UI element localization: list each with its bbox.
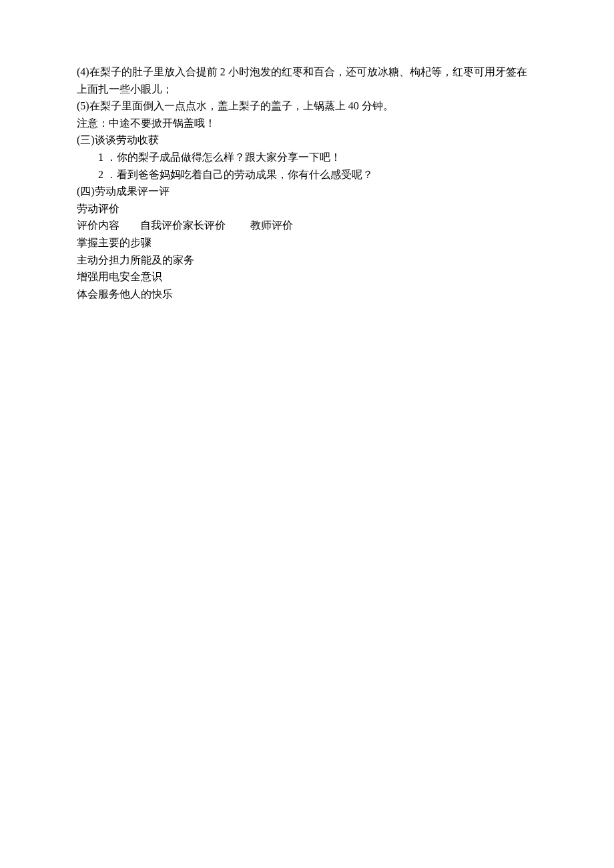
- step-5: (5)在梨子里面倒入一点点水，盖上梨子的盖子，上锅蒸上 40 分钟。: [77, 97, 537, 115]
- eval-header-row: 评价内容 自我评价家长评价 教师评价: [77, 217, 537, 234]
- eval-row-1: 掌握主要的步骤: [77, 234, 537, 252]
- step-4: (4)在梨子的肚子里放入合提前 2 小时泡发的红枣和百合，还可放冰糖、枸杞等，红…: [77, 63, 537, 97]
- section-3-heading: (三)谈谈劳动收获: [77, 131, 537, 149]
- question-1: 1 ．你的梨子成品做得怎么样？跟大家分享一下吧！: [77, 149, 537, 166]
- eval-row-3: 增强用电安全意识: [77, 268, 537, 286]
- eval-row-4: 体会服务他人的快乐: [77, 286, 537, 303]
- eval-row-2: 主动分担力所能及的家务: [77, 252, 537, 269]
- section-4-heading: (四)劳动成果评一评: [77, 183, 537, 200]
- eval-header-content: 评价内容: [77, 217, 140, 234]
- eval-header-teacher: 教师评价: [250, 217, 293, 234]
- note: 注意：中途不要掀开锅盖哦！: [77, 115, 537, 132]
- question-2: 2 ．看到爸爸妈妈吃着自己的劳动成果，你有什么感受呢？: [77, 166, 537, 183]
- eval-title: 劳动评价: [77, 200, 537, 218]
- eval-header-self-parent: 自我评价家长评价: [140, 217, 250, 234]
